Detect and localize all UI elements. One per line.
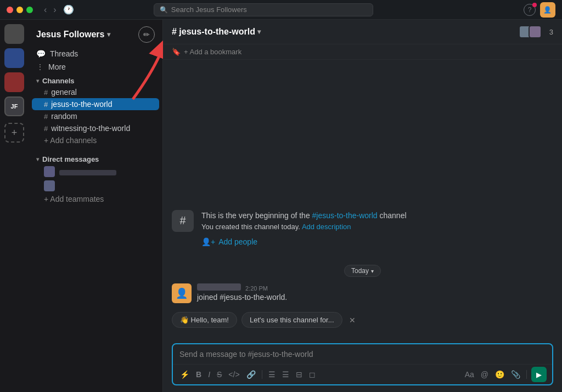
beginning-text-prefix: This is the very beginning of the [201, 211, 312, 220]
workspace-icon-3[interactable] [4, 72, 24, 92]
add-people-icon: 👤+ [201, 237, 215, 246]
channel-item-general[interactable]: # general [32, 86, 159, 98]
message-input[interactable] [173, 344, 552, 364]
help-button[interactable]: ? [524, 4, 536, 16]
suggestion-chip-channel[interactable]: Let's use this channel for... [241, 312, 342, 328]
dm-section-header[interactable]: ▾ Direct messages [32, 152, 159, 164]
toolbar-emoji-icon[interactable]: 🙂 [493, 368, 506, 380]
user-avatar-top[interactable]: 👤 [540, 2, 555, 18]
hash-icon: # [44, 88, 48, 96]
dm-section-label: Direct messages [42, 155, 99, 163]
workspace-icon-1[interactable] [4, 24, 24, 44]
member-avatars[interactable] [519, 25, 542, 38]
compose-button[interactable]: ✏ [138, 26, 155, 43]
history-button[interactable]: 🕐 [61, 3, 76, 16]
channel-beginning-line1: This is the very beginning of the #jesus… [201, 210, 407, 221]
dm-status-1 [59, 170, 116, 175]
forward-button[interactable]: › [51, 3, 58, 16]
bookmark-bar[interactable]: 🔖 + Add a bookmark [163, 44, 562, 60]
channel-beginning-line2: You created this channel today. Add desc… [201, 221, 407, 232]
add-people-button[interactable]: 👤+ Add people [201, 234, 257, 249]
toolbar-lightning-icon[interactable]: ⚡ [178, 368, 191, 380]
workspace-name[interactable]: Jesus Followers ▾ [36, 30, 110, 39]
workspace-icon-2[interactable] [4, 48, 24, 68]
workspace-icon-active[interactable]: JF [4, 96, 24, 116]
help-badge [532, 3, 537, 7]
toolbar-attach-icon[interactable]: 📎 [509, 368, 522, 380]
toolbar-divider-1 [262, 370, 262, 379]
toolbar-text-size-icon[interactable]: Aa [463, 368, 476, 380]
toolbar-list-icon[interactable]: ☰ [267, 368, 277, 380]
add-workspace-button[interactable]: + [4, 123, 24, 143]
message-input-area: ⚡ B I S </> 🔗 ☰ ☰ ⊟ ◻ Aa @ 🙂 📎 [163, 339, 562, 392]
back-button[interactable]: ‹ [42, 3, 49, 16]
channel-name-random: random [51, 112, 77, 121]
channel-item-random[interactable]: # random [32, 110, 159, 122]
toolbar-ordered-list-icon[interactable]: ☰ [280, 368, 291, 380]
date-caret: ▾ [371, 268, 374, 274]
date-label: Today [351, 267, 369, 275]
channel-title[interactable]: # jesus-to-the-world ▾ [172, 27, 261, 37]
channel-title-caret: ▾ [257, 28, 261, 36]
workspace-name-caret: ▾ [107, 31, 110, 38]
minimize-button[interactable] [16, 7, 23, 13]
member-avatar-2 [529, 25, 542, 38]
dm-caret: ▾ [36, 156, 39, 162]
nav-buttons: ‹ › 🕐 [42, 3, 76, 16]
sidebar-item-threads[interactable]: 💬 Threads [32, 47, 159, 60]
date-pill[interactable]: Today ▾ [344, 265, 381, 277]
channel-beginning: # This is the very beginning of the #jes… [172, 210, 553, 250]
channel-link[interactable]: #jesus-to-the-world [312, 211, 378, 220]
sidebar-item-more[interactable]: ⋮ More [32, 60, 159, 73]
channel-header: # jesus-to-the-world ▾ 3 [163, 20, 562, 44]
message-text: joined #jesus-to-the-world. [197, 293, 553, 302]
message-meta: 2:20 PM [197, 283, 553, 292]
channels-caret: ▾ [36, 78, 39, 84]
global-search-bar[interactable]: 🔍 Search Jesus Followers [154, 3, 373, 16]
toolbar-block-icon[interactable]: ◻ [307, 368, 317, 380]
channels-section-label: Channels [42, 77, 75, 85]
bookmark-label: + Add a bookmark [184, 48, 241, 56]
suggestion-chip-hello[interactable]: 👋 Hello, team! [172, 312, 237, 328]
more-label: More [48, 63, 66, 71]
main-content: # jesus-to-the-world ▾ 3 🔖 + Add a bookm… [163, 20, 562, 392]
toolbar-indent-icon[interactable]: ⊟ [294, 368, 304, 380]
add-description-link[interactable]: Add description [302, 223, 351, 231]
toolbar-italic-icon[interactable]: I [206, 368, 212, 380]
compose-icon: ✏ [143, 30, 150, 39]
message-body: 2:20 PM joined #jesus-to-the-world. [197, 283, 553, 303]
channel-name-active: jesus-to-the-world [51, 100, 112, 109]
channel-item-witnessing[interactable]: # witnessing-to-the-world [32, 122, 159, 134]
channel-item-jesus-to-the-world[interactable]: # jesus-to-the-world [32, 98, 159, 110]
dm-item-2[interactable] [32, 179, 159, 193]
message-input-box: ⚡ B I S </> 🔗 ☰ ☰ ⊟ ◻ Aa @ 🙂 📎 [172, 343, 553, 385]
channel-beginning-text: This is the very beginning of the #jesus… [201, 210, 407, 250]
channel-beginning-icon: # [172, 210, 194, 232]
toolbar-mention-icon[interactable]: @ [479, 368, 490, 380]
message-author [197, 283, 241, 291]
add-teammates-button[interactable]: + Add teammates [32, 193, 159, 205]
toolbar-bold-icon[interactable]: B [194, 368, 203, 380]
created-text: You created this channel today. [201, 223, 300, 231]
more-icon: ⋮ [36, 63, 44, 71]
hash-icon-random: # [44, 112, 48, 121]
toolbar-code-icon[interactable]: </> [227, 368, 241, 380]
sidebar-header: Jesus Followers ▾ ✏ [29, 20, 162, 47]
close-suggestions-button[interactable]: ✕ [347, 314, 358, 327]
channel-name-general: general [51, 88, 77, 96]
toolbar-divider-2 [526, 370, 527, 379]
add-people-label: Add people [218, 237, 257, 246]
toolbar-link-icon[interactable]: 🔗 [245, 368, 257, 380]
sidebar: Jesus Followers ▾ ✏ 💬 Threads ⋮ More ▾ C… [29, 20, 163, 392]
close-button[interactable] [7, 7, 13, 13]
message: 👤 2:20 PM joined #jesus-to-the-world. [172, 283, 553, 303]
dm-item-1[interactable] [32, 164, 159, 179]
beginning-text-suffix: channel [380, 211, 407, 220]
hash-icon-witnessing: # [44, 124, 48, 133]
channels-section-header[interactable]: ▾ Channels [32, 73, 159, 86]
toolbar-strikethrough-icon[interactable]: S [215, 368, 223, 380]
suggestion-chips: 👋 Hello, team! Let's use this channel fo… [172, 312, 553, 328]
send-button[interactable]: ▶ [531, 367, 547, 382]
add-channels-button[interactable]: + Add channels [32, 134, 159, 146]
fullscreen-button[interactable] [26, 7, 33, 13]
